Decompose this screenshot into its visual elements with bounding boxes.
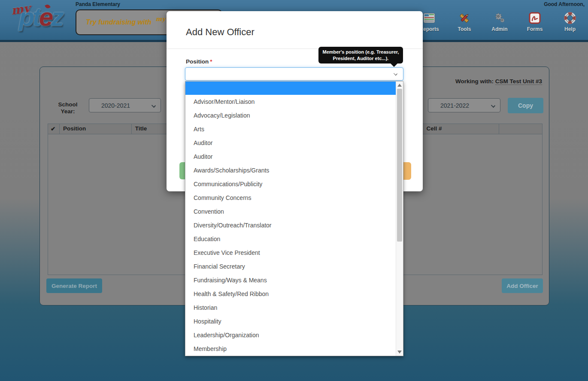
nav-item-admin[interactable]: Admin bbox=[488, 11, 512, 32]
dropdown-option[interactable]: Leadership/Organization bbox=[185, 328, 396, 342]
dropdown-option[interactable]: Diversity/Outreach/Translator bbox=[185, 218, 396, 232]
banner-text: Try fundraising with bbox=[86, 18, 152, 26]
nav-label: Tools bbox=[458, 26, 471, 32]
dropdown-option[interactable]: Auditor bbox=[185, 136, 396, 150]
working-with: Working with: CSM Test Unit #3 bbox=[455, 78, 542, 85]
tools-icon bbox=[458, 11, 471, 25]
check-column-header: ✔ bbox=[48, 124, 60, 134]
dropdown-option[interactable]: Advocacy/Legislation bbox=[185, 109, 396, 122]
dropdown-option[interactable]: Community Concerns bbox=[185, 191, 396, 205]
dropdown-option[interactable]: Arts bbox=[185, 122, 396, 136]
dropdown-option[interactable]: Financial Secretary bbox=[185, 260, 396, 273]
school-year-to-select[interactable]: 2021-2022 bbox=[428, 98, 500, 112]
main-nav: Reports Tools bbox=[417, 11, 582, 32]
school-year-label: School Year: bbox=[57, 101, 79, 115]
copy-button[interactable]: Copy bbox=[508, 98, 543, 113]
nav-item-forms[interactable]: Forms bbox=[523, 11, 547, 32]
nav-item-tools[interactable]: Tools bbox=[452, 11, 476, 32]
scroll-down-arrow-icon[interactable] bbox=[397, 351, 402, 354]
nav-item-help[interactable]: Help bbox=[558, 11, 582, 32]
tooltip-arrow bbox=[390, 63, 398, 67]
app-logo[interactable]: my ptez bbox=[4, 1, 77, 39]
dropdown-option[interactable]: Auditor bbox=[185, 150, 396, 163]
position-dropdown-list: Advisor/Mentor/LiaisonAdvocacy/Legislati… bbox=[185, 82, 396, 356]
banner-brand-my: my bbox=[156, 15, 166, 22]
dropdown-option[interactable]: Awards/Scholarships/Grants bbox=[185, 163, 396, 177]
position-tooltip: Member's position (e.g. Treasurer, Presi… bbox=[318, 47, 403, 64]
position-column-header: Position bbox=[60, 124, 132, 134]
scroll-up-arrow-icon[interactable] bbox=[397, 84, 402, 87]
dropdown-option[interactable]: Hospitality bbox=[185, 314, 396, 328]
reports-icon bbox=[422, 11, 436, 25]
position-label: Position* bbox=[186, 58, 212, 65]
dropdown-option[interactable]: Executive Vice President bbox=[185, 246, 396, 260]
school-year-from-value: 2020-2021 bbox=[101, 102, 130, 109]
greeting-text: Good Afternoon, bbox=[544, 1, 585, 7]
dropdown-option[interactable]: Historian bbox=[185, 301, 396, 314]
blank-column-header bbox=[499, 124, 542, 134]
admin-gears-icon bbox=[493, 11, 506, 25]
required-asterisk: * bbox=[210, 58, 212, 65]
dropdown-option[interactable]: Fundraising/Ways & Means bbox=[185, 273, 396, 287]
position-dropdown: Advisor/Mentor/LiaisonAdvocacy/Legislati… bbox=[185, 81, 403, 356]
generate-report-button[interactable]: Generate Report bbox=[46, 278, 102, 293]
forms-pdf-icon bbox=[528, 11, 542, 25]
school-name-label: Panda Elementary bbox=[76, 1, 120, 7]
logo-ptez-text: ptez bbox=[19, 4, 62, 30]
tooltip-line1: Member's position (e.g. Treasurer, bbox=[318, 49, 403, 55]
help-lifering-icon bbox=[563, 11, 577, 25]
dropdown-option[interactable]: Convention bbox=[185, 205, 396, 218]
working-with-unit-link[interactable]: CSM Test Unit #3 bbox=[495, 78, 542, 85]
position-select[interactable] bbox=[185, 67, 403, 81]
add-officer-button[interactable]: Add Officer bbox=[502, 278, 543, 293]
nav-label: Forms bbox=[527, 26, 543, 32]
dropdown-scrollbar[interactable] bbox=[396, 82, 403, 356]
dropdown-option[interactable]: Health & Safety/Red Ribbon bbox=[185, 287, 396, 301]
nav-label: Help bbox=[564, 26, 576, 32]
school-year-from-select[interactable]: 2020-2021 bbox=[89, 98, 161, 112]
dropdown-option[interactable]: Communications/Publicity bbox=[185, 177, 396, 191]
tooltip-line2: President, Auditor etc...). bbox=[318, 55, 403, 62]
dropdown-option[interactable]: Education bbox=[185, 232, 396, 246]
modal-title: Add New Officer bbox=[186, 27, 255, 38]
nav-label: Admin bbox=[491, 26, 507, 32]
working-with-label: Working with: bbox=[455, 78, 494, 85]
chevron-down-icon bbox=[491, 103, 495, 108]
cell-column-header: Cell # bbox=[423, 124, 499, 134]
chevron-down-icon bbox=[394, 72, 397, 76]
dropdown-option[interactable]: Membership bbox=[185, 342, 396, 356]
chevron-down-icon bbox=[152, 103, 156, 108]
dropdown-option[interactable]: Advisor/Mentor/Liaison bbox=[185, 95, 396, 109]
scrollbar-thumb[interactable] bbox=[397, 89, 402, 242]
dropdown-option[interactable] bbox=[185, 82, 396, 95]
school-year-to-value: 2021-2022 bbox=[440, 102, 469, 109]
